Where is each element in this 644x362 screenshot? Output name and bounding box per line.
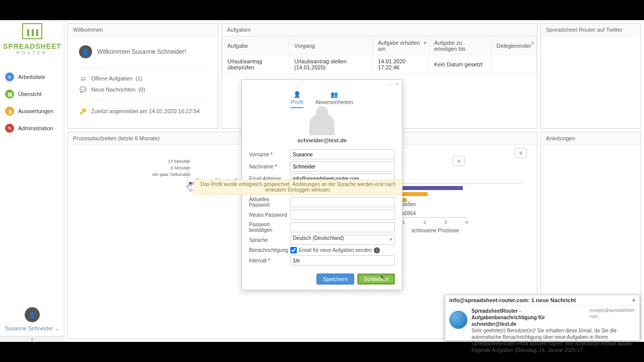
- thunderbird-icon: [449, 311, 467, 329]
- brand-name: SPREADSHEET: [3, 42, 61, 50]
- tab-profil[interactable]: 👤Profil: [291, 91, 303, 108]
- list-icon: ≡: [5, 72, 14, 81]
- notification-subject: SpreadsheetRouter - Aufgabenbenachrichti…: [471, 308, 587, 327]
- overview-icon: ▦: [5, 89, 14, 99]
- chat-icon: 💬: [79, 86, 87, 93]
- label-current-password: Aktuelles Passwort: [249, 197, 290, 208]
- notification-body[interactable]: SpreadsheetRouter - Aufgabenbenachrichti…: [471, 308, 635, 353]
- inbox-icon: 🗂: [79, 75, 87, 82]
- panel-title: Spreadsheet Router auf Twitter: [541, 24, 640, 36]
- new-password-input[interactable]: [290, 210, 395, 220]
- nav-label: Übersicht: [18, 91, 41, 97]
- nav-uebersicht[interactable]: ▦Übersicht: [0, 85, 64, 103]
- interval-input[interactable]: [290, 255, 395, 265]
- language-select[interactable]: Deutsch (Deutschland): [290, 235, 395, 245]
- lastname-input[interactable]: [290, 161, 395, 171]
- table-row[interactable]: Urlaubsantrag überprüfen Urlaubsantrag s…: [222, 55, 537, 74]
- col-delegierender[interactable]: Delegierender≡: [491, 37, 536, 55]
- nav-administration[interactable]: ✎Administration: [0, 120, 64, 137]
- panel-title: Anleitungen: [541, 132, 640, 145]
- profile-modal: – × 👤Profil 👥Abwesenheiten schneider@tes…: [242, 79, 403, 290]
- email-notification-popup: info@spreadsheet-router.com: 1 neue Nach…: [445, 295, 640, 341]
- label-notification: Benachrichtigung: [249, 247, 290, 253]
- close-icon[interactable]: ×: [632, 297, 635, 303]
- current-password-input[interactable]: [290, 197, 395, 207]
- notification-title: info@spreadsheet-router.com: 1 neue Nach…: [449, 297, 576, 303]
- info-icon[interactable]: i: [374, 247, 380, 253]
- avatar-placeholder-icon: [309, 113, 335, 135]
- twitter-panel: Spreadsheet Router auf Twitter: [540, 23, 641, 129]
- brand-sub: ROUTER: [3, 50, 61, 55]
- chevron-down-icon: ⌄: [55, 325, 59, 331]
- label-interval: Intervall *: [249, 258, 290, 263]
- col-erledigen[interactable]: Aufgabe zu erledigen bis: [429, 37, 491, 55]
- label-language: Sprache: [249, 237, 290, 243]
- label-confirm-password: Passwort bestätigen: [249, 222, 290, 233]
- user-avatar-icon: 👤: [79, 45, 92, 58]
- tab-abwesenheiten[interactable]: 👥Abwesenheiten: [315, 91, 353, 108]
- welcome-message: Willkommen Susanne Schneider!: [97, 48, 186, 55]
- bar-icon: [403, 186, 463, 190]
- label-firstname: Vorname *: [249, 152, 290, 157]
- person-icon: 👤: [291, 91, 303, 98]
- confirm-password-input[interactable]: [290, 222, 395, 232]
- close-icon[interactable]: ×: [396, 81, 399, 87]
- chart-icon: ◑: [5, 107, 14, 116]
- close-button[interactable]: Schließen: [357, 274, 395, 285]
- new-messages-link[interactable]: 💬 Neue Nachrichten (0): [79, 86, 207, 93]
- checkbox-label: Email für neue Aufgaben senden: [299, 247, 372, 253]
- panel-title: Aufgaben: [222, 24, 537, 36]
- label-new-password: Neues Password: [249, 212, 290, 218]
- chart-menu-button[interactable]: ≡: [453, 156, 465, 166]
- column-menu-icon[interactable]: ▾: [424, 40, 427, 46]
- key-icon: 🔑: [79, 108, 87, 115]
- user-name-link[interactable]: Susanne Schneider ⌄: [0, 325, 64, 332]
- welcome-panel: Willkommen 👤 Willkommen Susanne Schneide…: [67, 23, 218, 129]
- col-aufgabe[interactable]: Aufgabe: [222, 37, 289, 55]
- notification-checkbox[interactable]: [290, 247, 297, 253]
- nav-auswertungen[interactable]: ◑Auswertungen: [0, 103, 64, 120]
- save-button[interactable]: Speichern: [316, 274, 355, 285]
- nav-label: Auswertungen: [18, 108, 53, 114]
- column-menu-icon[interactable]: ≡: [531, 40, 534, 46]
- col-vorgang[interactable]: Vorgang: [289, 37, 372, 55]
- firstname-input[interactable]: [290, 149, 395, 159]
- user-avatar-icon[interactable]: 👤: [25, 307, 40, 322]
- tasks-table: Aufgabe Vorgang Aufgabe erhalten am▾ Auf…: [222, 36, 537, 74]
- col-erhalten[interactable]: Aufgabe erhalten am▾: [373, 37, 429, 55]
- label-lastname: Nachname *: [249, 164, 290, 169]
- logo: SPREADSHEET ROUTER: [0, 20, 64, 58]
- nav-arbeitsliste[interactable]: ≡Arbeitsliste: [0, 68, 64, 85]
- person-busy-icon: 👥: [315, 91, 353, 98]
- nav-label: Administration: [18, 125, 53, 131]
- notification-sender: noreply@spreadsheet-rout…: [590, 308, 635, 327]
- last-login: 🔑 Zuletzt angemeldet am 14.01.2020 16:22…: [79, 108, 207, 115]
- nav: ≡Arbeitsliste ▦Übersicht ◑Auswertungen ✎…: [0, 68, 64, 137]
- sidebar: SPREADSHEET ROUTER ≡Arbeitsliste ▦Übersi…: [0, 20, 64, 342]
- notification-preview: Sehr geehrte(r) Benutzer(in)! Sie erhalt…: [471, 327, 635, 353]
- collapse-sidebar-button[interactable]: «: [0, 336, 64, 342]
- nav-label: Arbeitsliste: [18, 74, 45, 80]
- profile-email: schneider@test.de: [242, 137, 402, 143]
- admin-icon: ✎: [5, 124, 14, 133]
- bar-icon: [403, 192, 428, 196]
- panel-title: Willkommen: [68, 24, 218, 36]
- chart-y-axis: 17 Minuten 8 Minuten ein paar Sekunden: [152, 159, 191, 178]
- save-success-toast: Das Profil wurde erfolgreich gespeichert…: [194, 179, 403, 195]
- minimize-icon[interactable]: –: [388, 81, 391, 87]
- logo-icon: [22, 23, 42, 39]
- chart-menu-button[interactable]: ≡: [515, 148, 527, 158]
- bar-icon: [403, 198, 407, 202]
- open-tasks-link[interactable]: 🗂 Offene Aufgaben (1): [79, 75, 207, 82]
- processes-chart-partial: ≡ 1234 schlossene Prozesse: [403, 156, 468, 233]
